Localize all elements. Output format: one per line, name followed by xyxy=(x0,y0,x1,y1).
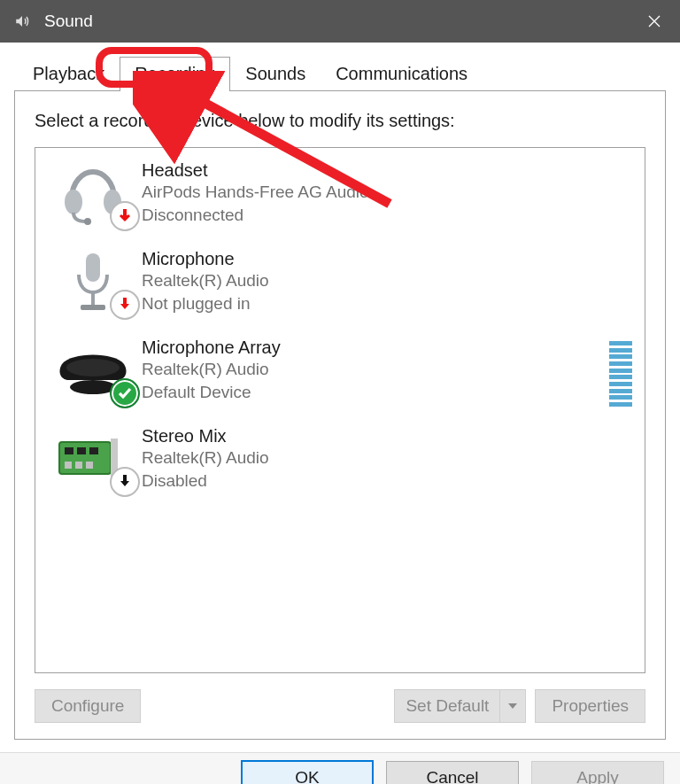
status-badge-disabled xyxy=(110,467,140,497)
svg-rect-12 xyxy=(65,462,72,469)
device-name: Microphone xyxy=(142,249,638,269)
close-button[interactable] xyxy=(634,0,675,43)
device-status: Default Device xyxy=(142,381,602,404)
level-meter xyxy=(609,341,632,407)
tab-recording[interactable]: Recording xyxy=(120,57,230,91)
mic-array-icon xyxy=(44,336,142,407)
configure-button[interactable]: Configure xyxy=(35,689,141,723)
device-name: Microphone Array xyxy=(142,338,602,358)
device-status: Disabled xyxy=(142,470,638,493)
device-row[interactable]: Headset AirPods Hands-Free AG Audio Disc… xyxy=(41,153,641,242)
chevron-down-icon xyxy=(507,701,518,711)
panel-caption: Select a recording device below to modif… xyxy=(35,111,645,131)
dialog-footer: OK Cancel Apply xyxy=(0,752,680,784)
tab-communications[interactable]: Communications xyxy=(321,57,483,90)
svg-rect-11 xyxy=(89,447,98,454)
stereo-mix-icon xyxy=(44,424,142,495)
tab-sounds[interactable]: Sounds xyxy=(230,57,321,90)
microphone-icon xyxy=(44,247,142,318)
cancel-button[interactable]: Cancel xyxy=(386,761,519,785)
app-icon xyxy=(12,12,32,31)
device-driver: AirPods Hands-Free AG Audio xyxy=(142,181,638,204)
device-name: Headset xyxy=(142,160,638,181)
svg-rect-4 xyxy=(91,292,95,305)
tab-panel: Select a recording device below to modif… xyxy=(14,90,666,740)
properties-button[interactable]: Properties xyxy=(535,689,645,723)
status-badge-unavailable xyxy=(110,290,140,320)
status-badge-unavailable xyxy=(110,201,140,231)
svg-point-0 xyxy=(65,190,82,214)
svg-rect-9 xyxy=(65,447,73,454)
svg-rect-3 xyxy=(86,253,100,282)
apply-button[interactable]: Apply xyxy=(531,761,664,785)
svg-rect-13 xyxy=(75,462,82,469)
window-title: Sound xyxy=(44,12,634,31)
headset-icon xyxy=(44,159,142,229)
ok-button[interactable]: OK xyxy=(241,760,374,785)
svg-rect-8 xyxy=(59,442,111,474)
close-icon xyxy=(647,14,661,28)
device-status: Disconnected xyxy=(142,204,638,227)
set-default-button[interactable]: Set Default xyxy=(394,689,526,723)
device-driver: Realtek(R) Audio xyxy=(142,269,638,292)
device-name: Stereo Mix xyxy=(142,426,638,446)
device-driver: Realtek(R) Audio xyxy=(142,358,602,381)
device-row[interactable]: Microphone Array Realtek(R) Audio Defaul… xyxy=(41,330,641,419)
titlebar: Sound xyxy=(0,0,680,43)
svg-point-2 xyxy=(84,218,91,225)
device-status: Not plugged in xyxy=(142,292,638,315)
tab-strip: Playback Recording Sounds Communications xyxy=(18,57,666,90)
set-default-label: Set Default xyxy=(395,690,499,722)
set-default-dropdown[interactable] xyxy=(499,690,525,722)
svg-rect-14 xyxy=(86,462,93,469)
device-driver: Realtek(R) Audio xyxy=(142,446,638,470)
device-list: Headset AirPods Hands-Free AG Audio Disc… xyxy=(35,147,645,673)
svg-point-7 xyxy=(66,359,120,376)
panel-footer: Configure Set Default Properties xyxy=(35,689,645,723)
device-row[interactable]: Stereo Mix Realtek(R) Audio Disabled xyxy=(41,419,641,508)
status-badge-default xyxy=(110,378,140,408)
tab-playback[interactable]: Playback xyxy=(18,57,120,90)
svg-rect-5 xyxy=(81,305,105,310)
svg-rect-10 xyxy=(77,447,86,454)
device-row[interactable]: Microphone Realtek(R) Audio Not plugged … xyxy=(41,242,641,330)
